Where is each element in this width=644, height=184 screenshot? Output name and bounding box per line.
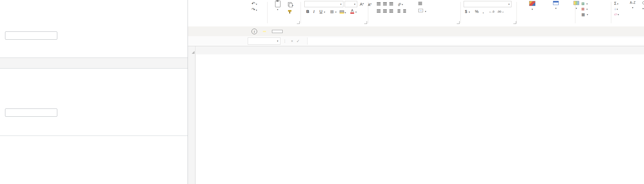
align-center-icon[interactable]	[383, 9, 387, 13]
bold-button[interactable]: B	[306, 9, 309, 14]
quiz-panel	[0, 0, 188, 184]
format-painter-icon	[288, 10, 291, 12]
formula-input[interactable]	[307, 37, 644, 45]
underline-button[interactable]: U	[319, 9, 322, 14]
copy-icon	[288, 2, 291, 6]
align-middle-icon[interactable]	[383, 2, 387, 5]
grid	[195, 54, 644, 184]
orientation-icon[interactable]: ab▾	[398, 2, 403, 6]
wrap-text-button[interactable]	[418, 2, 423, 6]
alignment-dialog-launcher[interactable]	[457, 21, 460, 24]
format-painter-button[interactable]	[288, 8, 291, 13]
select-all-corner[interactable]	[188, 46, 195, 54]
name-box[interactable]: ▾	[248, 37, 280, 45]
accounting-format-icon[interactable]: $	[465, 9, 467, 14]
copy-button[interactable]: ▾	[288, 2, 293, 7]
insert-icon: ⊞	[581, 2, 585, 6]
font-dialog-launcher[interactable]	[364, 21, 367, 24]
group-separator	[460, 2, 461, 23]
decrease-font-size-icon[interactable]: A▾	[368, 3, 371, 7]
merge-center-icon	[418, 9, 423, 12]
q1-answer-input[interactable]	[5, 31, 57, 40]
font-color-dropdown-icon[interactable]: ▾	[355, 11, 357, 14]
q2-answer-input[interactable]	[5, 109, 57, 117]
sort-filter-icon: A↓Z	[625, 1, 641, 4]
delete-icon: ⊠	[581, 7, 585, 11]
merge-center-button[interactable]: ▾	[418, 9, 426, 13]
question2-header	[0, 58, 188, 69]
screen: ↶▾ ↷▾ ▾ ▾ ▾ ▾ A▴ A▾ B I U ▾ ⊞ ▾ ▾	[0, 0, 644, 184]
update-notification-bar: i	[188, 26, 644, 36]
group-separator	[517, 2, 517, 23]
wrap-text-icon	[418, 2, 422, 5]
group-separator	[611, 2, 611, 23]
format-button[interactable]: ▦▾	[581, 12, 588, 17]
conditional-formatting-button[interactable]	[520, 1, 544, 11]
increase-indent-icon[interactable]	[403, 9, 406, 13]
clear-icon: ▱	[614, 12, 617, 16]
column-headers	[188, 46, 644, 55]
insert-button[interactable]: ⊞▾	[581, 2, 588, 6]
scenario-section	[0, 136, 188, 184]
autosum-button[interactable]: Σ▾	[614, 1, 618, 6]
underline-dropdown-icon[interactable]: ▾	[324, 11, 325, 14]
italic-button[interactable]: I	[313, 9, 314, 14]
find-select-icon	[642, 1, 644, 4]
group-separator	[301, 2, 301, 23]
align-right-icon[interactable]	[389, 9, 393, 13]
decrease-decimal-icon[interactable]: .00→	[497, 10, 504, 13]
fill-color-icon[interactable]: ▾	[340, 10, 346, 14]
fill-icon: ↓	[614, 7, 616, 11]
row-headers	[188, 54, 195, 184]
update-message-link[interactable]	[263, 31, 266, 32]
delete-button[interactable]: ⊠▾	[581, 7, 588, 11]
decrease-indent-icon[interactable]	[398, 9, 400, 13]
format-as-table-button[interactable]	[546, 1, 566, 10]
number-dialog-launcher[interactable]	[513, 21, 516, 24]
cancel-icon[interactable]: ×	[291, 39, 293, 43]
align-top-icon[interactable]	[377, 2, 381, 5]
font-color-icon[interactable]: A	[350, 9, 354, 14]
borders-dropdown-icon[interactable]: ▾	[335, 11, 336, 14]
align-left-icon[interactable]	[377, 9, 381, 13]
increase-decimal-icon[interactable]: ←.0	[489, 10, 494, 13]
increase-font-size-icon[interactable]: A▴	[360, 2, 364, 7]
font-size-select[interactable]: ▾	[345, 1, 357, 7]
font-name-select[interactable]: ▾	[304, 1, 343, 7]
enter-icon[interactable]: ✓	[297, 39, 300, 43]
update-now-button[interactable]	[272, 30, 283, 33]
borders-icon[interactable]: ⊞	[330, 9, 334, 14]
format-as-table-icon	[553, 1, 559, 5]
select-all-icon	[192, 51, 195, 54]
ribbon: ↶▾ ↷▾ ▾ ▾ ▾ ▾ A▴ A▾ B I U ▾ ⊞ ▾ ▾	[188, 0, 644, 27]
clipboard-dialog-launcher[interactable]	[297, 21, 300, 24]
fill-button[interactable]: ↓▾	[614, 7, 618, 11]
comma-style-icon[interactable]: ,	[483, 8, 484, 14]
autosum-icon: Σ	[614, 1, 616, 6]
undo-button[interactable]: ↶▾	[251, 1, 257, 6]
formula-bar-handle: ⋮	[283, 39, 287, 43]
find-select-button[interactable]	[642, 1, 644, 11]
cell-styles-icon	[573, 1, 579, 5]
format-icon: ▦	[581, 12, 585, 17]
excel-window: ↶▾ ↷▾ ▾ ▾ ▾ ▾ A▴ A▾ B I U ▾ ⊞ ▾ ▾	[188, 0, 644, 184]
align-bottom-icon[interactable]	[389, 2, 393, 5]
number-format-select[interactable]: ▾	[464, 1, 511, 7]
formula-bar: ▾ ⋮ × ✓	[188, 36, 644, 46]
accounting-dropdown-icon[interactable]: ▾	[469, 11, 470, 14]
conditional-formatting-icon	[529, 1, 535, 6]
paste-button[interactable]: ▾	[270, 1, 285, 11]
spreadsheet	[188, 46, 644, 184]
clear-button[interactable]: ▱▾	[614, 12, 619, 16]
redo-button[interactable]: ↷▾	[251, 7, 257, 12]
info-icon: i	[251, 29, 257, 34]
sort-filter-button[interactable]: A↓Z	[625, 1, 641, 10]
percent-style-icon[interactable]: %	[475, 9, 479, 14]
paste-icon	[275, 1, 280, 7]
group-separator	[267, 2, 268, 23]
